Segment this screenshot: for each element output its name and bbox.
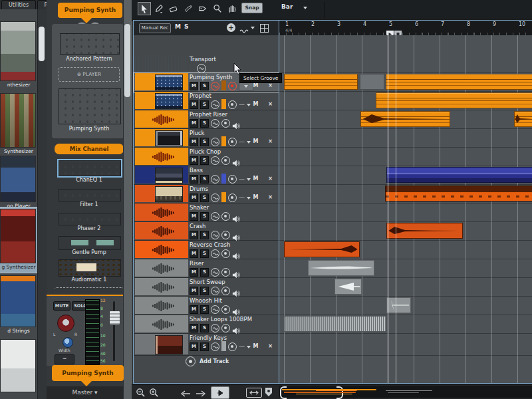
track-mute-button[interactable]: M — [190, 100, 198, 109]
add-track-button[interactable]: Add Track — [186, 356, 229, 366]
groove-icon[interactable] — [211, 175, 219, 184]
rack-track-tab[interactable]: Pumping Synth — [58, 3, 122, 18]
track-row[interactable]: ShakerMS — [134, 203, 279, 222]
track-mute-delete-buttons[interactable]: M × — [253, 194, 277, 200]
track-row[interactable]: Prophet RiserMS — [134, 110, 279, 129]
track-mute-button[interactable]: M — [190, 156, 198, 165]
groove-icon[interactable] — [211, 287, 219, 295]
clip[interactable] — [386, 74, 532, 90]
track-mute-button[interactable]: M — [190, 287, 198, 295]
record-enable-button[interactable] — [228, 100, 237, 109]
track-solo-button[interactable]: S — [200, 119, 209, 128]
loop-icon[interactable] — [246, 388, 262, 398]
clip[interactable] — [334, 279, 362, 295]
track-row[interactable]: PluckMS—M × — [134, 129, 279, 148]
record-enable-button[interactable] — [221, 324, 230, 332]
groove-icon[interactable] — [211, 268, 219, 277]
precount-marker-icon[interactable] — [265, 387, 273, 399]
track-solo-button[interactable]: S — [200, 231, 209, 239]
clip[interactable] — [360, 111, 450, 127]
record-enable-button[interactable] — [221, 212, 230, 221]
select-tool-icon[interactable] — [138, 3, 150, 15]
clip[interactable] — [385, 186, 532, 201]
add-button[interactable]: + — [227, 23, 235, 32]
magnify-tool-icon[interactable] — [211, 3, 223, 15]
track-mute-delete-buttons[interactable]: M × — [253, 82, 277, 88]
track-solo-button[interactable]: S — [200, 212, 209, 221]
rack-device-thumbnail[interactable] — [59, 259, 121, 277]
groove-icon[interactable] — [211, 82, 219, 90]
browser-scrollbar-thumb[interactable] — [39, 27, 45, 61]
browser-item[interactable]: d Strings — [0, 274, 37, 335]
track-mute-button[interactable]: M — [190, 119, 198, 128]
track-row[interactable]: DrumsMS—M × — [134, 185, 279, 203]
track-mute-delete-buttons[interactable]: M × — [253, 101, 277, 107]
track-solo-button[interactable]: S — [200, 82, 209, 90]
track-row[interactable]: Pluck ChopMS — [134, 148, 279, 166]
snap-button[interactable]: Snap — [241, 3, 263, 13]
global-mute-button[interactable]: M — [175, 23, 181, 30]
track-mute-delete-buttons[interactable]: M × — [253, 138, 277, 144]
groove-dropdown-caret-icon[interactable] — [247, 141, 251, 144]
track-solo-button[interactable]: S — [200, 287, 209, 295]
master-selector[interactable]: Master ▾ — [47, 386, 123, 399]
clip[interactable] — [386, 223, 463, 239]
width-knob[interactable] — [63, 337, 73, 348]
record-enable-button[interactable] — [221, 231, 230, 239]
track-row[interactable]: Whoosh HitMS — [134, 297, 279, 315]
groove-icon[interactable] — [211, 100, 219, 109]
track-mute-button[interactable]: M — [190, 305, 198, 314]
rack-bottom-tab[interactable]: Pumping Synth — [52, 365, 124, 381]
track-solo-button[interactable]: S — [200, 249, 209, 258]
clip[interactable] — [514, 111, 532, 127]
clip[interactable] — [386, 167, 532, 183]
groove-icon[interactable] — [211, 231, 219, 239]
groove-icon[interactable] — [211, 342, 219, 351]
track-solo-button[interactable]: S — [200, 156, 209, 165]
track-solo-button[interactable]: S — [200, 305, 209, 314]
rack-device-thumbnail[interactable] — [59, 88, 121, 124]
track-mute-button[interactable]: M — [190, 342, 198, 351]
track-row[interactable]: Reverse CrashMS — [134, 241, 279, 259]
clip[interactable] — [284, 316, 386, 332]
eraser-tool-icon[interactable] — [168, 3, 180, 15]
add-player-button[interactable]: ⊕ PLAYER — [59, 67, 120, 82]
track-mute-button[interactable]: M — [190, 175, 198, 184]
browser-item[interactable]: nthesizer — [0, 20, 37, 89]
groove-icon[interactable] — [211, 212, 219, 221]
groove-icon[interactable] — [211, 194, 219, 202]
browser-item[interactable]: op Player — [0, 154, 37, 209]
song-position-marker[interactable] — [386, 28, 394, 35]
clip[interactable] — [284, 241, 360, 257]
play-button[interactable] — [211, 386, 229, 399]
arrangement-area[interactable] — [279, 35, 532, 383]
record-enable-button[interactable] — [221, 156, 230, 165]
rack-device-thumbnail[interactable] — [60, 33, 120, 55]
grid-unit-caret-icon[interactable] — [303, 7, 307, 9]
track-mute-button[interactable]: M — [190, 212, 198, 221]
transport-groove-icon[interactable] — [197, 64, 206, 73]
mute-button[interactable]: MUTE — [53, 301, 70, 311]
record-enable-button[interactable] — [221, 305, 230, 314]
groove-dropdown-caret-icon[interactable] — [247, 346, 251, 348]
groove-icon[interactable] — [211, 156, 219, 165]
track-solo-button[interactable]: S — [200, 268, 209, 277]
zoom-in-icon[interactable] — [148, 386, 160, 398]
rack-device-thumbnail[interactable] — [59, 189, 121, 201]
track-solo-button[interactable]: S — [200, 138, 209, 146]
zoom-out-icon[interactable] — [134, 386, 146, 398]
track-mute-button[interactable]: M — [190, 268, 198, 277]
clip[interactable] — [308, 260, 374, 276]
track-mute-button[interactable]: M — [190, 194, 198, 202]
track-solo-button[interactable]: S — [200, 175, 209, 184]
mute-tool-icon[interactable] — [197, 3, 209, 15]
hand-tool-icon[interactable] — [226, 3, 238, 15]
rack-scrollbar-thumb[interactable] — [124, 24, 130, 97]
pan-knob[interactable] — [57, 315, 74, 332]
jump-right-icon[interactable] — [195, 388, 207, 399]
record-enable-button[interactable] — [228, 175, 237, 184]
track-solo-button[interactable]: S — [200, 100, 209, 109]
groove-icon[interactable] — [211, 324, 219, 332]
record-enable-button[interactable] — [228, 194, 237, 202]
browser-item[interactable] — [0, 338, 37, 399]
